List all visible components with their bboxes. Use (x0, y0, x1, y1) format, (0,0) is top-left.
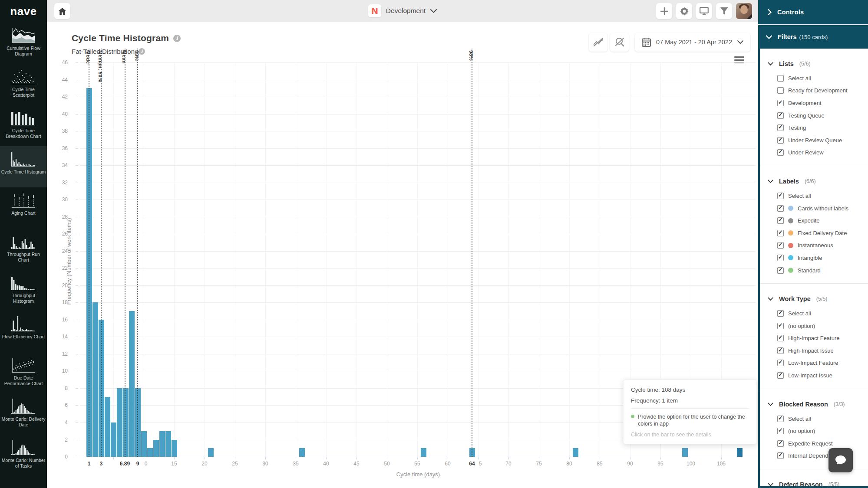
filter-checkbox-row[interactable]: Low-Impact Feature (760, 357, 868, 370)
checkbox-checked-icon[interactable] (777, 347, 784, 354)
checkbox-checked-icon[interactable] (777, 360, 784, 366)
sidebar-item-monte-carlo-number-of-tasks[interactable]: Monte Carlo: Number of Tasks (0, 435, 47, 476)
checkbox-checked-icon[interactable] (777, 149, 784, 156)
histogram-bar[interactable] (117, 388, 122, 457)
display-button[interactable] (696, 3, 712, 19)
zoom-reset-button[interactable] (610, 33, 629, 52)
checkbox-checked-icon[interactable] (777, 205, 784, 212)
filter-checkbox-row[interactable]: Cards without labels (760, 202, 868, 215)
histogram-bar[interactable] (153, 440, 159, 457)
sidebar-item-cycle-time-histogram[interactable]: Cycle Time Histogram (0, 146, 47, 187)
checkbox-checked-icon[interactable] (777, 335, 784, 341)
filter-checkbox-row[interactable]: Ready for Development (760, 85, 868, 97)
filter-checkbox-row[interactable]: Intangible (760, 252, 868, 264)
histogram-bar[interactable] (573, 448, 578, 457)
filter-checkbox-row[interactable]: (no option) (760, 320, 868, 332)
histogram-bar[interactable] (159, 431, 165, 457)
checkbox-checked-icon[interactable] (777, 440, 784, 447)
label-color-dot (788, 206, 793, 211)
histogram-bar[interactable] (92, 302, 98, 457)
sidebar-item-aging-chart[interactable]: Aging Chart (0, 187, 47, 229)
tooltip-card-title: Provide the option for the user to chang… (638, 413, 749, 427)
filter-checkbox-row[interactable]: High-Impact Feature (760, 332, 868, 345)
checkbox-checked-icon[interactable] (777, 255, 784, 261)
add-button[interactable] (656, 3, 672, 19)
gridline (80, 200, 756, 200)
filter-checkbox-row[interactable]: Expedite Request (760, 437, 868, 450)
checkbox-checked-icon[interactable] (777, 193, 784, 199)
filter-checkbox-row[interactable]: Under Review (760, 147, 868, 159)
filter-checkbox-row[interactable]: Standard (760, 264, 868, 277)
checkbox-checked-icon[interactable] (777, 137, 784, 144)
histogram-bar[interactable] (147, 448, 153, 457)
breadcrumb[interactable]: N Development (47, 0, 758, 22)
histogram-bar[interactable] (299, 448, 305, 457)
filter-checkbox-row[interactable]: Select all (760, 413, 868, 425)
histogram-bar[interactable] (421, 448, 426, 457)
user-menu-arrow-icon (747, 14, 752, 19)
filter-section-header[interactable]: Blocked Reason(3/3) (760, 400, 868, 409)
filter-checkbox-row[interactable]: Low-Impact Issue (760, 369, 868, 382)
checkbox-checked-icon[interactable] (777, 372, 784, 379)
checkbox-checked-icon[interactable] (777, 267, 784, 274)
filter-checkbox-row[interactable]: Select all (760, 307, 868, 320)
toggle-percentile-lines-button[interactable] (589, 33, 607, 52)
checkbox-checked-icon[interactable] (777, 100, 784, 106)
histogram-bar[interactable] (682, 448, 688, 457)
histogram-bar[interactable] (737, 448, 743, 457)
histogram-bar[interactable] (172, 440, 177, 457)
filter-button[interactable] (716, 3, 732, 19)
filter-checkbox-row[interactable]: High-Impact Issue (760, 344, 868, 357)
checkbox-checked-icon[interactable] (777, 310, 784, 317)
checkbox-checked-icon[interactable] (777, 124, 784, 131)
checkbox-checked-icon[interactable] (777, 416, 784, 422)
histogram-bar[interactable] (123, 388, 129, 457)
subtitle-info-icon[interactable]: i (139, 48, 145, 55)
filter-section-header[interactable]: Labels(6/6) (760, 177, 868, 186)
histogram-bar[interactable] (111, 422, 116, 457)
filter-checkbox-row[interactable]: Fixed Delivery Date (760, 227, 868, 239)
chart-info-icon[interactable]: i (173, 35, 181, 42)
user-avatar[interactable] (736, 3, 752, 19)
checkbox-checked-icon[interactable] (777, 428, 784, 434)
filters-header[interactable]: Filters (150 cards) (758, 25, 868, 49)
filter-checkbox-row[interactable]: Instantaneous (760, 239, 868, 252)
controls-header[interactable]: Controls (758, 0, 868, 24)
checkbox-checked-icon[interactable] (777, 112, 784, 119)
histogram-bar[interactable] (129, 311, 135, 457)
checkbox-unchecked-icon[interactable] (777, 87, 784, 94)
sidebar-item-monte-carlo-delivery-date[interactable]: Monte Carlo: Delivery Date (0, 393, 47, 435)
sidebar-item-flow-efficiency-chart[interactable]: Flow Efficiency Chart (0, 311, 47, 352)
filter-section-header[interactable]: Defect Reason(5/5) (760, 480, 868, 486)
filter-checkbox-row[interactable]: Development (760, 97, 868, 109)
checkbox-checked-icon[interactable] (777, 242, 784, 249)
filter-checkbox-row[interactable]: Testing Queue (760, 109, 868, 122)
filter-section-header[interactable]: Work Type(5/5) (760, 294, 868, 304)
checkbox-checked-icon[interactable] (777, 323, 784, 329)
filter-section-header[interactable]: Lists(5/6) (760, 59, 868, 69)
sidebar-item-throughput-run-chart[interactable]: Throughput Run Chart (0, 229, 47, 270)
sidebar-item-cycle-time-scatterplot[interactable]: Cycle Time Scatterplot (0, 64, 47, 105)
sidebar-item-throughput-histogram[interactable]: Throughput Histogram (0, 270, 47, 311)
sidebar-item-cycle-time-breakdown-chart[interactable]: Cycle Time Breakdown Chart (0, 105, 47, 146)
checkbox-checked-icon[interactable] (777, 217, 784, 224)
sidebar-item-cumulative-flow-diagram[interactable]: Cumulative Flow Diagram (0, 23, 47, 64)
top-bar: N Development (47, 0, 758, 22)
chat-widget-button[interactable] (828, 448, 853, 472)
date-range-picker[interactable]: 07 May 2021 - 20 Apr 2022 (635, 33, 750, 52)
filter-checkbox-row[interactable]: Select all (760, 190, 868, 202)
histogram-bar[interactable] (141, 431, 147, 457)
filter-checkbox-row[interactable]: Testing (760, 121, 868, 134)
filter-checkbox-row[interactable]: Under Review Queue (760, 134, 868, 147)
filter-checkbox-row[interactable]: Select all (760, 72, 868, 85)
checkbox-checked-icon[interactable] (777, 452, 784, 459)
settings-button[interactable] (676, 3, 692, 19)
filter-checkbox-row[interactable]: Expedite (760, 214, 868, 227)
histogram-bar[interactable] (105, 397, 110, 457)
histogram-bar[interactable] (165, 431, 171, 457)
histogram-bar[interactable] (208, 448, 214, 457)
checkbox-checked-icon[interactable] (777, 230, 784, 236)
sidebar-item-due-date-performance-chart[interactable]: Due Date Performance Chart (0, 352, 47, 393)
filter-checkbox-row[interactable]: (no option) (760, 425, 868, 437)
checkbox-unchecked-icon[interactable] (777, 75, 784, 82)
